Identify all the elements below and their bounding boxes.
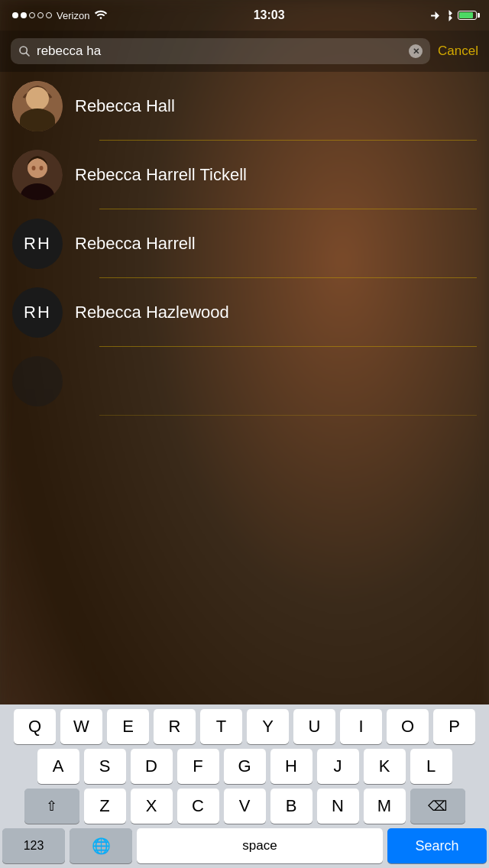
result-item-4[interactable]: RH Rebecca Hazlewood — [0, 278, 489, 347]
search-input-wrap[interactable]: rebecca ha ✕ — [11, 38, 430, 64]
space-key[interactable]: space — [137, 828, 383, 863]
avatar-initials-partial — [12, 356, 63, 406]
keyboard-row-3: ⇧ Z X C V B N M ⌫ — [0, 784, 489, 824]
svg-point-5 — [28, 93, 36, 102]
battery-fill — [459, 12, 473, 18]
key-z[interactable]: Z — [84, 789, 126, 824]
result-name-1: Rebecca Hall — [75, 96, 175, 116]
key-m[interactable]: M — [364, 789, 406, 824]
key-i[interactable]: I — [340, 709, 382, 744]
key-g[interactable]: G — [224, 749, 266, 784]
key-c[interactable]: C — [177, 789, 219, 824]
status-bar: Verizon 13:03 — [0, 0, 489, 31]
key-l[interactable]: L — [410, 749, 452, 784]
key-p[interactable]: P — [433, 709, 475, 744]
key-a[interactable]: A — [37, 749, 79, 784]
svg-line-1 — [26, 53, 29, 56]
key-h[interactable]: H — [270, 749, 313, 784]
key-f[interactable]: F — [177, 749, 219, 784]
search-bar: rebecca ha ✕ Cancel — [0, 31, 489, 72]
result-item-3[interactable]: RH Rebecca Harrell — [0, 209, 489, 278]
location-icon — [430, 11, 440, 21]
signal-dot-4 — [37, 12, 44, 18]
search-icon — [18, 45, 31, 57]
status-left: Verizon — [12, 10, 108, 21]
keyboard: Q W E R T Y U I O P A S D F G H J K L ⇧ … — [0, 704, 489, 868]
key-w[interactable]: W — [60, 709, 102, 744]
search-results: Rebecca Hall Rebecca Harrell Tickell RH … — [0, 72, 489, 704]
avatar-initials-rh-1: RH — [12, 219, 63, 269]
key-u[interactable]: U — [293, 709, 335, 744]
avatar-rebecca-hall — [12, 81, 63, 131]
key-r[interactable]: R — [154, 709, 196, 744]
key-q[interactable]: Q — [14, 709, 56, 744]
battery-indicator — [458, 11, 477, 20]
svg-point-10 — [32, 166, 36, 170]
globe-key[interactable]: 🌐 — [70, 828, 132, 863]
wifi-icon — [94, 10, 108, 21]
clear-search-button[interactable]: ✕ — [409, 44, 423, 58]
backspace-key[interactable]: ⌫ — [410, 789, 465, 824]
key-d[interactable]: D — [131, 749, 173, 784]
num-switch-key[interactable]: 123 — [2, 828, 65, 863]
key-v[interactable]: V — [224, 789, 266, 824]
result-item-2[interactable]: Rebecca Harrell Tickell — [0, 141, 489, 209]
keyboard-row-2: A S D F G H J K L — [0, 744, 489, 784]
key-e[interactable]: E — [107, 709, 149, 744]
avatar-photo-harrell — [12, 150, 63, 200]
key-b[interactable]: B — [270, 789, 313, 824]
search-query: rebecca ha — [37, 44, 403, 59]
keyboard-row-1: Q W E R T Y U I O P — [0, 704, 489, 744]
carrier-label: Verizon — [57, 10, 89, 21]
key-x[interactable]: X — [131, 789, 173, 824]
avatar-initials-rh-2: RH — [12, 287, 63, 338]
initials-label-4: RH — [24, 303, 51, 322]
key-y[interactable]: Y — [247, 709, 289, 744]
result-item-1[interactable]: Rebecca Hall — [0, 72, 489, 141]
cancel-button[interactable]: Cancel — [438, 44, 478, 59]
svg-point-3 — [27, 89, 48, 110]
signal-dot-1 — [12, 12, 18, 18]
result-name-4: Rebecca Hazlewood — [75, 303, 229, 322]
status-right — [430, 9, 477, 21]
shift-key[interactable]: ⇧ — [24, 789, 79, 824]
initials-label-3: RH — [24, 234, 51, 254]
avatar-rebecca-harrell-tickell — [12, 150, 63, 200]
search-button[interactable]: Search — [387, 828, 487, 863]
key-o[interactable]: O — [387, 709, 429, 744]
key-j[interactable]: J — [317, 749, 359, 784]
signal-dot-5 — [46, 12, 52, 18]
svg-point-6 — [39, 93, 47, 102]
signal-dot-2 — [21, 12, 27, 18]
result-name-3: Rebecca Harrell — [75, 234, 196, 254]
key-k[interactable]: K — [364, 749, 406, 784]
keyboard-row-4: 123 🌐 space Search — [0, 824, 489, 868]
svg-point-4 — [19, 113, 56, 131]
signal-indicator — [12, 12, 52, 18]
result-item-5-partial — [0, 347, 489, 416]
clock: 13:03 — [254, 8, 285, 22]
svg-point-11 — [40, 166, 44, 170]
key-t[interactable]: T — [200, 709, 242, 744]
bluetooth-icon — [445, 9, 453, 21]
avatar-photo-hall — [12, 81, 63, 131]
clear-icon: ✕ — [413, 47, 419, 56]
signal-dot-3 — [29, 12, 35, 18]
key-n[interactable]: N — [317, 789, 359, 824]
key-s[interactable]: S — [84, 749, 126, 784]
result-name-2: Rebecca Harrell Tickell — [75, 165, 247, 185]
